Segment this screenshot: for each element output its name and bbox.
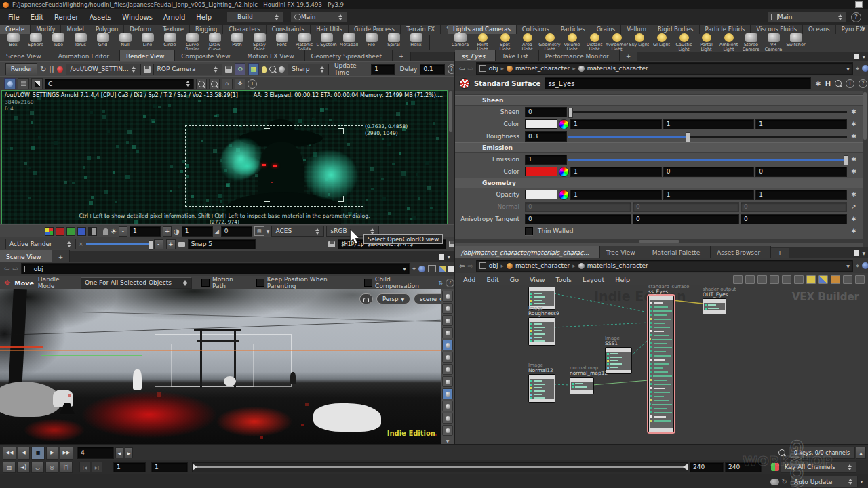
tab-obj-matnet-character-materials-charac[interactable]: /obj/matnet_character/materials_charac..… [455, 246, 600, 260]
lut-menu-icon[interactable]: ▼ [267, 229, 270, 234]
image-icon[interactable] [794, 275, 804, 284]
snapshot-icon[interactable] [428, 265, 436, 272]
snap-minus-button[interactable]: - [154, 239, 163, 249]
pane-menu-icon[interactable]: ▼ [862, 54, 865, 59]
node-normal-map12[interactable] [570, 377, 594, 394]
menu-file[interactable]: File [3, 14, 25, 21]
param-component-field[interactable]: 0 [741, 214, 847, 224]
render-region-marquee[interactable] [185, 125, 363, 207]
param-component-field[interactable]: 0 [741, 202, 847, 212]
range-start-field[interactable]: 1 [151, 462, 188, 472]
node-sss1[interactable] [605, 347, 632, 374]
back-icon[interactable]: ⇦ [459, 65, 465, 73]
param-component-field[interactable]: 1 [663, 190, 755, 200]
pane-maximize-icon[interactable] [854, 54, 859, 59]
tab-rigging[interactable]: Rigging [190, 25, 223, 34]
update-refresh-icon[interactable]: ↻ [782, 478, 787, 485]
param-menu-icon[interactable]: ✱ [847, 216, 861, 222]
tab-model[interactable]: Model [61, 25, 90, 34]
shelf-tool-camera[interactable]: Camera [449, 33, 471, 47]
snapshot-icon[interactable] [442, 303, 453, 314]
orbit-icon[interactable] [442, 388, 453, 399]
save-rop-icon[interactable] [144, 66, 151, 73]
section-geometry[interactable]: Geometry [455, 178, 863, 188]
op-input-icon[interactable]: ↗ [847, 203, 861, 210]
range-slider[interactable] [192, 462, 688, 472]
param-menu-icon[interactable]: ✱ [847, 121, 861, 127]
box-icon[interactable] [831, 275, 840, 284]
shelf-tool-box[interactable]: Box [2, 33, 24, 47]
shelf-tool-vr-camera[interactable]: VR Camera [762, 33, 785, 52]
param-field-emission[interactable]: 1 [525, 155, 567, 165]
param-component-field[interactable]: 0 [663, 167, 755, 177]
param-help-icon[interactable]: ? [859, 79, 867, 88]
help-icon[interactable]: ? [851, 12, 861, 22]
shelf-tool-grid[interactable]: Grid [92, 33, 114, 47]
tab-vellum[interactable]: Vellum [621, 25, 652, 34]
realtime-icon[interactable]: ◡ [31, 462, 44, 473]
param-component-field[interactable]: 0 [525, 202, 631, 212]
netmenu-tools[interactable]: Tools [551, 276, 577, 283]
section-sheen[interactable]: Sheen [455, 95, 863, 106]
shelf-tool-ambient-light[interactable]: Ambient Light [717, 33, 740, 52]
color-swatch[interactable] [525, 167, 557, 176]
shelf-tool-geometry-light[interactable]: Geometry Light [538, 33, 561, 52]
shelf-tool-area-light[interactable]: Area Light [516, 33, 538, 52]
lock-icon[interactable] [442, 315, 453, 326]
list-icon[interactable] [757, 275, 767, 284]
node-normal12[interactable] [528, 374, 555, 403]
link-icon[interactable] [862, 262, 868, 269]
snap-plus-button[interactable]: + [166, 239, 176, 249]
tab-guide-process[interactable]: Guide Process [349, 25, 401, 34]
find-icon[interactable] [843, 275, 852, 284]
tab-grains[interactable]: Grains [591, 25, 621, 34]
stop-button[interactable]: ■ [31, 447, 45, 460]
param-menu-icon[interactable]: ✱ [847, 228, 861, 235]
tab-oceans[interactable]: Oceans [803, 25, 836, 34]
section-emission[interactable]: Emission [455, 142, 863, 153]
light-icon[interactable] [442, 352, 453, 363]
pane-menu-icon[interactable]: ▼ [862, 251, 865, 256]
color-swatch[interactable] [525, 190, 557, 199]
param-slider-roughness[interactable] [568, 132, 847, 141]
forward-icon[interactable]: ⇨ [467, 65, 473, 73]
channel-alpha-icon[interactable] [88, 227, 97, 236]
restart-render-icon[interactable]: ↻ [40, 65, 46, 74]
shelf-tool-spot-light[interactable]: Spot Light [494, 33, 516, 52]
shelf-tool-sphere[interactable]: Sphere [24, 33, 47, 47]
shelf-tool-path[interactable]: Path [226, 33, 248, 47]
clear-snapshot-icon[interactable]: ✕ [79, 241, 83, 247]
go-end-button[interactable]: ▶▶ [60, 447, 73, 460]
menu-edit[interactable]: Edit [25, 14, 49, 21]
light-icon[interactable] [262, 66, 267, 73]
tab-viscous-fluids[interactable]: Viscous Fluids [751, 25, 803, 34]
stop-render-icon[interactable] [57, 66, 63, 73]
param-component-field[interactable]: 1 [663, 119, 755, 129]
prev-frame-button[interactable]: ◀ [18, 447, 30, 460]
pane-maximize-icon[interactable] [854, 250, 859, 256]
param-menu-icon[interactable]: ✱ [847, 133, 861, 140]
shelf-tool-spray-paint[interactable]: Spray Paint [248, 33, 271, 52]
param-menu-icon[interactable]: ✱ [847, 156, 861, 163]
tab-hair-utils[interactable]: Hair Utils [311, 25, 349, 34]
ghost-icon[interactable] [103, 228, 108, 235]
thin-walled-checkbox[interactable] [525, 227, 533, 235]
netmenu-add[interactable]: Add [458, 276, 481, 283]
path-dropdown-icon[interactable]: ▼ [846, 66, 850, 71]
new-tab-button[interactable]: + [771, 248, 789, 258]
tab-particle-fluids[interactable]: Particle Fluids [700, 25, 751, 34]
shelf-tool-environment-light[interactable]: Environment Light [606, 33, 628, 52]
info-icon[interactable]: i [846, 79, 854, 88]
param-component-field[interactable]: 1 [755, 119, 847, 129]
tab-lights-and-cameras[interactable]: Lights and Cameras [448, 25, 517, 34]
tab-texture[interactable]: Texture [157, 25, 190, 34]
shelf-tool-volume-light[interactable]: Volume Light [561, 33, 583, 52]
offset-field[interactable]: 0 [221, 226, 252, 237]
lock-camera-icon[interactable] [359, 293, 373, 304]
key-mode-selector[interactable]: Key All Channels [781, 462, 856, 473]
netmenu-view[interactable]: View [524, 276, 551, 283]
shelf-tool-file[interactable]: File [360, 33, 382, 47]
shelf-tool-metaball[interactable]: Metaball [338, 33, 360, 47]
param-component-field[interactable]: 1 [755, 190, 847, 200]
tab-terrain-fx[interactable]: Terrain FX [401, 25, 441, 34]
